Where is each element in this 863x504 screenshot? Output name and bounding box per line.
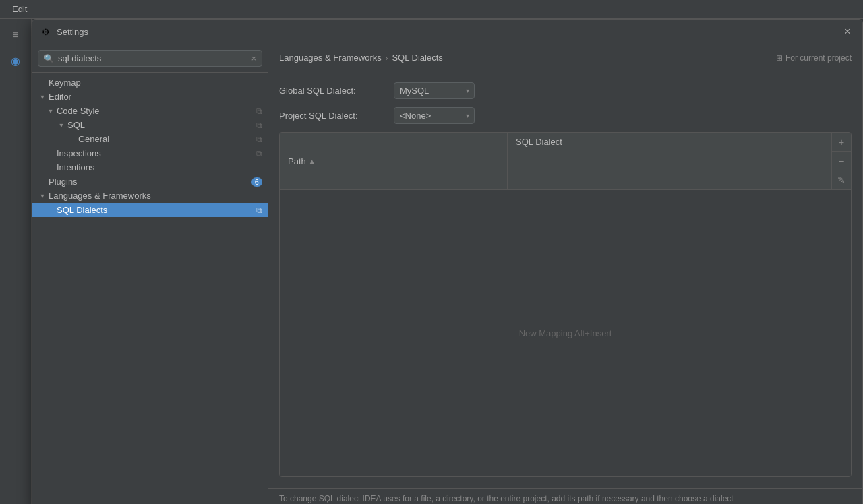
col-dialect-label: SQL Dialect [516, 137, 562, 147]
ide-panel-icon-1[interactable]: ≡ [5, 24, 26, 46]
search-icon: 🔍 [44, 54, 54, 63]
main-panel: Languages & Frameworks › SQL Dialects ⊞ … [268, 44, 862, 504]
clear-search-button[interactable]: × [251, 53, 256, 63]
global-dialect-label: Global SQL Dialect: [279, 86, 387, 96]
copy-icon: ⧉ [256, 106, 262, 116]
edit-mapping-button[interactable]: ✎ [832, 170, 851, 189]
breadcrumb-parent: Languages & Frameworks [279, 53, 382, 63]
project-dialect-select-wrapper: <None> MySQL PostgreSQL SQLite ▾ [394, 107, 475, 124]
table-header: Path ▲ SQL Dialect + − ✎ [280, 133, 851, 190]
expand-placeholder [46, 149, 55, 158]
dialog-title: Settings [57, 27, 88, 37]
settings-icon: ⚙ [40, 26, 51, 37]
expand-placeholder [46, 163, 55, 172]
copy-icon: ⧉ [256, 206, 262, 215]
for-current-project-button[interactable]: ⊞ For current project [776, 53, 852, 63]
close-button[interactable]: × [841, 25, 854, 38]
sidebar-item-label: General [78, 134, 256, 144]
sidebar-item-label: Code Style [57, 106, 256, 116]
sidebar-item-label: Keymap [49, 77, 262, 88]
breadcrumb-current: SQL Dialects [392, 53, 442, 63]
breadcrumb-arrow: › [386, 54, 388, 62]
collapse-icon: ▼ [38, 92, 47, 102]
copy-icon: ⧉ [256, 149, 262, 158]
sidebar-item-intentions[interactable]: Intentions [32, 160, 268, 175]
collapse-icon: ▼ [38, 191, 47, 201]
sidebar-item-sql-dialects[interactable]: SQL Dialects ⧉ [32, 203, 268, 217]
project-dialect-select[interactable]: <None> MySQL PostgreSQL SQLite [394, 107, 475, 124]
expand-placeholder [38, 78, 47, 88]
project-icon: ⊞ [776, 53, 783, 63]
plugins-badge: 6 [251, 177, 262, 187]
sidebar-item-label: Plugins [49, 177, 247, 187]
sidebar-item-label: Editor [49, 92, 262, 102]
search-bar: 🔍 × [32, 44, 268, 73]
sidebar-item-editor[interactable]: ▼ Editor [32, 90, 268, 104]
expand-placeholder [38, 177, 47, 187]
col-dialect[interactable]: SQL Dialect [508, 133, 831, 189]
collapse-icon: ▼ [46, 106, 55, 116]
settings-dialog: ⚙ Settings × 🔍 × [32, 19, 863, 504]
collapse-icon: ▼ [57, 121, 66, 130]
copy-icon: ⧉ [256, 135, 262, 144]
ide-panel-icon-2[interactable]: ◉ [5, 50, 26, 71]
col-path-label: Path [288, 156, 306, 166]
search-input[interactable] [58, 53, 247, 63]
sidebar-item-code-style[interactable]: ▼ Code Style ⧉ [32, 104, 268, 118]
project-dialect-row: Project SQL Dialect: <None> MySQL Postgr… [279, 107, 852, 124]
project-dialect-label: Project SQL Dialect: [279, 111, 387, 121]
remove-mapping-button[interactable]: − [832, 152, 851, 170]
ide-left-panel: ≡ ◉ [0, 19, 32, 504]
sidebar-item-general[interactable]: General ⧉ [32, 132, 268, 146]
sidebar-item-label: SQL [67, 120, 256, 130]
search-input-wrapper: 🔍 × [38, 50, 262, 67]
sidebar-tree: Keymap ▼ Editor ▼ Code Style ⧉ [32, 73, 268, 504]
sort-asc-icon: ▲ [309, 158, 316, 165]
breadcrumb: Languages & Frameworks › SQL Dialects [279, 53, 443, 63]
col-path[interactable]: Path ▲ [280, 133, 508, 189]
sidebar-item-inspections[interactable]: Inspections ⧉ [32, 146, 268, 160]
for-project-label: For current project [785, 53, 852, 63]
sidebar-item-sql[interactable]: ▼ SQL ⧉ [32, 118, 268, 132]
title-bar-left: ⚙ Settings [40, 26, 88, 37]
global-dialect-row: Global SQL Dialect: MySQL PostgreSQL SQL… [279, 82, 852, 99]
expand-placeholder [67, 135, 77, 144]
add-mapping-button[interactable]: + [832, 133, 851, 152]
sidebar-item-keymap[interactable]: Keymap [32, 75, 268, 90]
footer-text: To change SQL dialect IDEA uses for a fi… [279, 494, 734, 503]
panel-content: Global SQL Dialect: MySQL PostgreSQL SQL… [268, 71, 862, 488]
outer-frame: Edit ≡ ◉ ⚙ Settings × 🔍 [0, 0, 863, 504]
ide-menubar: Edit [0, 0, 863, 19]
global-dialect-select[interactable]: MySQL PostgreSQL SQLite Oracle [394, 82, 475, 99]
sidebar: 🔍 × Keymap ▼ [32, 44, 268, 504]
panel-header: Languages & Frameworks › SQL Dialects ⊞ … [268, 44, 862, 71]
sidebar-item-label: Inspections [57, 148, 256, 158]
dialog-body: 🔍 × Keymap ▼ [32, 44, 862, 504]
title-bar: ⚙ Settings × [32, 20, 862, 44]
expand-placeholder [46, 206, 55, 215]
table-empty-hint: New Mapping Alt+Insert [280, 190, 851, 476]
sidebar-item-label: SQL Dialects [57, 205, 256, 215]
ide-content: ≡ ◉ ⚙ Settings × 🔍 [0, 19, 863, 504]
sidebar-item-label: Intentions [57, 162, 262, 172]
sidebar-item-plugins[interactable]: Plugins 6 [32, 175, 268, 189]
sidebar-item-languages-frameworks[interactable]: ▼ Languages & Frameworks [32, 189, 268, 203]
empty-hint-text: New Mapping Alt+Insert [519, 328, 612, 338]
panel-footer: To change SQL dialect IDEA uses for a fi… [268, 488, 862, 504]
sidebar-item-label: Languages & Frameworks [49, 191, 262, 201]
menu-edit[interactable]: Edit [8, 3, 31, 15]
copy-icon: ⧉ [256, 121, 262, 130]
global-dialect-select-wrapper: MySQL PostgreSQL SQLite Oracle ▾ [394, 82, 475, 99]
dialect-mapping-table: Path ▲ SQL Dialect + − ✎ [279, 132, 852, 477]
